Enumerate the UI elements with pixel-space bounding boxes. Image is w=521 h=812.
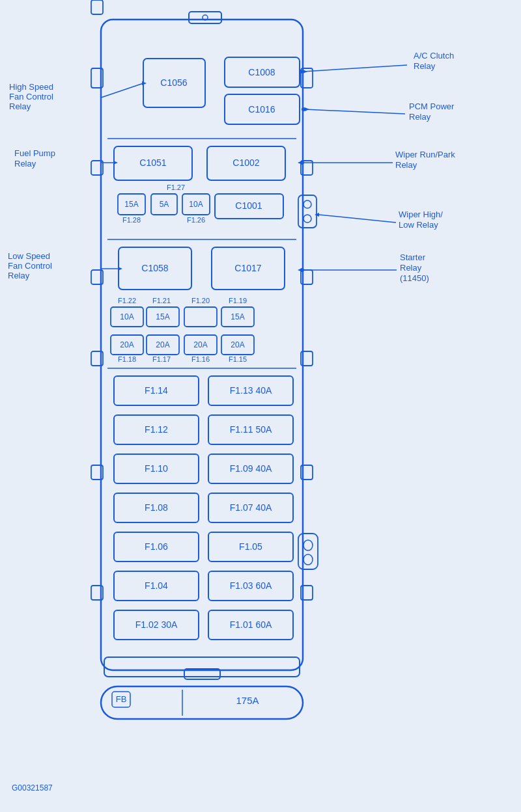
f127-5a: 5A — [160, 200, 169, 209]
f110-label: F1.10 — [145, 463, 168, 474]
f120-top: F1.20 — [191, 297, 210, 304]
ac-clutch-label2: Relay — [414, 61, 436, 71]
f105-label: F1.05 — [239, 541, 262, 552]
f116-bot: F1.16 — [191, 355, 210, 363]
f111-label: F1.11 50A — [230, 424, 272, 435]
f128-label: F1.28 — [122, 216, 141, 224]
f122-top: F1.22 — [118, 297, 136, 304]
c1058-label: C1058 — [141, 263, 168, 273]
f102-label: F1.02 30A — [135, 619, 178, 630]
wiper-hl-label: Wiper High/ — [399, 210, 443, 219]
wiper-hl-label2: Low Relay — [399, 220, 438, 230]
f121-15a: 15A — [156, 312, 169, 321]
fb-label: FB — [116, 694, 127, 704]
low-speed-label3: Relay — [8, 271, 30, 280]
c1051-label: C1051 — [139, 157, 166, 168]
f104-label: F1.04 — [145, 580, 168, 591]
f118-bot: F1.18 — [118, 355, 136, 363]
f103-label: F1.03 60A — [230, 580, 272, 591]
f126-label: F1.26 — [187, 216, 205, 224]
f113-label: F1.13 40A — [230, 385, 272, 396]
f116-20a: 20A — [193, 340, 207, 349]
f122-10a: 10A — [120, 312, 134, 321]
f114-label: F1.14 — [145, 385, 168, 396]
wiper-rp-label: Wiper Run/Park — [395, 150, 455, 159]
ac-clutch-label: A/C Clutch — [414, 51, 454, 61]
starter-label: Starter — [400, 252, 426, 262]
c1017-label: C1017 — [234, 263, 261, 273]
svg-point-69 — [302, 107, 305, 111]
fuel-pump-label: Fuel Pump — [14, 148, 55, 158]
c1056-label: C1056 — [160, 77, 187, 88]
f117-bot: F1.17 — [152, 355, 171, 363]
f121-top: F1.21 — [152, 297, 171, 304]
fuel-pump-label2: Relay — [14, 159, 36, 169]
svg-point-66 — [299, 70, 303, 74]
f106-label: F1.06 — [145, 541, 168, 552]
low-speed-label: Low Speed — [8, 251, 50, 261]
f115-bot: F1.15 — [229, 355, 247, 363]
high-speed-label2: Fan Control — [9, 92, 53, 102]
c1016-label: C1016 — [248, 104, 275, 115]
f127-label: F1.27 — [167, 183, 185, 191]
f118-20a: 20A — [120, 340, 134, 349]
pcm-label2: Relay — [409, 112, 431, 122]
amp-label: 175A — [236, 695, 259, 706]
svg-point-76 — [300, 161, 304, 165]
f101-label: F1.01 60A — [230, 619, 272, 630]
f128-15a: 15A — [124, 200, 138, 209]
pcm-label: PCM Power — [409, 102, 455, 111]
f115-20a: 20A — [231, 340, 244, 349]
c1001-label: C1001 — [235, 200, 262, 211]
f119-top: F1.19 — [229, 297, 247, 304]
svg-point-83 — [300, 268, 304, 272]
c1002-label: C1002 — [232, 157, 259, 168]
c1008-label: C1008 — [248, 67, 275, 77]
f126-10a: 10A — [189, 200, 203, 209]
low-speed-label2: Fan Control — [8, 261, 52, 271]
doc-id: G00321587 — [12, 783, 53, 792]
f112-label: F1.12 — [145, 424, 168, 435]
high-speed-label3: Relay — [9, 102, 31, 111]
starter-label3: (11450) — [400, 273, 429, 283]
wiper-rp-label2: Relay — [395, 160, 417, 170]
high-speed-label: High Speed — [9, 82, 53, 92]
f108-label: F1.08 — [145, 502, 168, 513]
f109-label: F1.09 40A — [230, 463, 272, 474]
f117-20a: 20A — [156, 340, 169, 349]
starter-label2: Relay — [400, 263, 422, 273]
f119-15a: 15A — [231, 312, 244, 321]
f107-label: F1.07 40A — [230, 502, 272, 513]
